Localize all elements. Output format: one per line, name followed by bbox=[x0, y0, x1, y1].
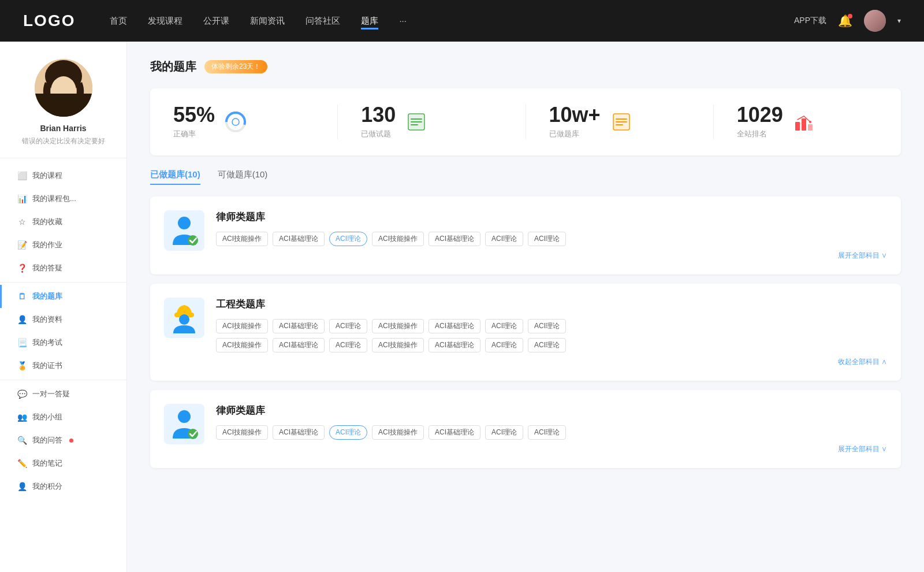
qbank-title-3: 律师类题库 bbox=[216, 404, 887, 417]
sidebar: Brian Harris 错误的决定比没有决定要好 ⬜ 我的课程 📊 我的课程包… bbox=[0, 42, 127, 572]
tag[interactable]: ACI技能操作 bbox=[372, 232, 424, 246]
expand-link-1[interactable]: 展开全部科目 ∨ bbox=[216, 251, 887, 261]
profile-avatar[interactable] bbox=[35, 59, 92, 117]
sidebar-item-profile[interactable]: 👤 我的资料 bbox=[0, 308, 126, 331]
tag[interactable]: ACI基础理论 bbox=[273, 338, 325, 352]
sidebar-item-one-on-one[interactable]: 💬 一对一答疑 bbox=[0, 382, 126, 406]
sidebar-item-course[interactable]: ⬜ 我的课程 bbox=[0, 164, 126, 187]
tag[interactable]: ACI技能操作 bbox=[216, 425, 268, 440]
nav-item-more[interactable]: ··· bbox=[399, 16, 407, 27]
tag[interactable]: ACI基础理论 bbox=[273, 319, 325, 333]
qbank-body-1: 律师类题库 ACI技能操作 ACI基础理论 ACI理论 ACI技能操作 ACI基… bbox=[216, 210, 887, 261]
notification-bell[interactable]: 🔔 bbox=[838, 14, 852, 28]
tag[interactable]: ACI基础理论 bbox=[273, 425, 325, 440]
tag[interactable]: ACI理论 bbox=[329, 319, 367, 333]
tag[interactable]: ACI基础理论 bbox=[273, 232, 325, 246]
sidebar-item-my-qa[interactable]: 🔍 我的问答 bbox=[0, 429, 126, 452]
app-download-btn[interactable]: APP下载 bbox=[794, 16, 826, 26]
stat-done-banks-value: 10w+ bbox=[549, 105, 601, 125]
tag[interactable]: ACI理论 bbox=[528, 425, 566, 440]
tags-row-2a: ACI技能操作 ACI基础理论 ACI理论 ACI技能操作 ACI基础理论 AC… bbox=[216, 319, 887, 333]
sidebar-item-label: 我的收藏 bbox=[32, 217, 62, 227]
sidebar-item-course-pkg[interactable]: 📊 我的课程包... bbox=[0, 187, 126, 210]
sidebar-item-label: 我的小组 bbox=[32, 412, 62, 422]
tag[interactable]: ACI理论 bbox=[485, 319, 523, 333]
collapse-link[interactable]: 收起全部科目 ∧ bbox=[216, 357, 887, 367]
sidebar-menu: ⬜ 我的课程 📊 我的课程包... ☆ 我的收藏 📝 我的作业 ❓ 我的答疑 🗒 bbox=[0, 158, 126, 504]
lawyer-icon bbox=[164, 210, 204, 251]
nav-item-home[interactable]: 首页 bbox=[110, 16, 127, 27]
nav-item-qa[interactable]: 问答社区 bbox=[305, 16, 340, 27]
tag[interactable]: ACI理论 bbox=[528, 319, 566, 333]
sidebar-item-label: 我的证书 bbox=[32, 361, 62, 371]
tag[interactable]: ACI理论 bbox=[329, 338, 367, 352]
stat-done-questions: 130 已做试题 bbox=[338, 105, 526, 139]
sidebar-item-label: 一对一答疑 bbox=[32, 389, 70, 399]
sidebar-item-qbank[interactable]: 🗒 我的题库 bbox=[0, 285, 126, 308]
tab-done[interactable]: 已做题库(10) bbox=[150, 169, 200, 185]
sidebar-item-cert[interactable]: 🏅 我的证书 bbox=[0, 354, 126, 377]
cert-icon: 🏅 bbox=[17, 361, 27, 370]
tag[interactable]: ACI技能操作 bbox=[372, 338, 424, 352]
stat-done-questions-label: 已做试题 bbox=[361, 129, 396, 139]
qbank-icon: 🗒 bbox=[17, 292, 27, 301]
tag[interactable]: ACI基础理论 bbox=[429, 338, 480, 352]
tag[interactable]: ACI技能操作 bbox=[216, 232, 268, 246]
sidebar-item-homework[interactable]: 📝 我的作业 bbox=[0, 233, 126, 257]
tag[interactable]: ACI基础理论 bbox=[429, 319, 480, 333]
avatar[interactable] bbox=[864, 10, 886, 32]
stat-done-questions-value: 130 bbox=[361, 105, 396, 125]
stat-accuracy-text: 55% 正确率 bbox=[173, 105, 215, 139]
nav-item-open[interactable]: 公开课 bbox=[203, 16, 229, 27]
tag[interactable]: ACI技能操作 bbox=[216, 338, 268, 352]
tag[interactable]: ACI理论 bbox=[485, 338, 523, 352]
nav-item-news[interactable]: 新闻资讯 bbox=[250, 16, 285, 27]
stat-rank-text: 1029 全站排名 bbox=[737, 105, 783, 139]
tag-active[interactable]: ACI理论 bbox=[329, 232, 367, 246]
sidebar-item-notes[interactable]: ✏️ 我的笔记 bbox=[0, 452, 126, 475]
qbank-title-1: 律师类题库 bbox=[216, 210, 887, 224]
lawyer-icon-2 bbox=[164, 404, 204, 444]
sidebar-item-group[interactable]: 👥 我的小组 bbox=[0, 406, 126, 429]
notes-icon: ✏️ bbox=[17, 459, 27, 468]
tag[interactable]: ACI基础理论 bbox=[429, 425, 480, 440]
notification-dot bbox=[848, 14, 852, 18]
stats-bar: 55% 正确率 130 已做试题 bbox=[150, 88, 901, 155]
tag[interactable]: ACI基础理论 bbox=[429, 232, 480, 246]
tab-todo[interactable]: 可做题库(10) bbox=[218, 169, 268, 185]
svg-rect-18 bbox=[795, 122, 800, 131]
tag[interactable]: ACI理论 bbox=[528, 232, 566, 246]
tag[interactable]: ACI理论 bbox=[528, 338, 566, 352]
divider bbox=[0, 282, 126, 283]
profile-motto: 错误的决定比没有决定要好 bbox=[22, 136, 105, 146]
stat-accuracy-value: 55% bbox=[173, 105, 215, 125]
sidebar-item-points[interactable]: 👤 我的积分 bbox=[0, 475, 126, 498]
sidebar-item-exam[interactable]: 📃 我的考试 bbox=[0, 331, 126, 354]
qbank-header-3: 律师类题库 ACI技能操作 ACI基础理论 ACI理论 ACI技能操作 ACI基… bbox=[164, 404, 887, 454]
nav-item-discover[interactable]: 发现课程 bbox=[148, 16, 182, 27]
tag[interactable]: ACI技能操作 bbox=[216, 319, 268, 333]
rank-icon bbox=[792, 110, 815, 133]
tag[interactable]: ACI理论 bbox=[485, 232, 523, 246]
sidebar-item-label: 我的资料 bbox=[32, 314, 62, 325]
sidebar-item-label: 我的课程包... bbox=[32, 194, 76, 204]
tag[interactable]: ACI技能操作 bbox=[372, 425, 424, 440]
qbank-card-lawyer-1: 律师类题库 ACI技能操作 ACI基础理论 ACI理论 ACI技能操作 ACI基… bbox=[150, 196, 901, 274]
svg-point-27 bbox=[179, 314, 189, 325]
tag[interactable]: ACI技能操作 bbox=[372, 319, 424, 333]
tabs-bar: 已做题库(10) 可做题库(10) bbox=[150, 169, 901, 185]
sidebar-item-question[interactable]: ❓ 我的答疑 bbox=[0, 257, 126, 280]
tag-active[interactable]: ACI理论 bbox=[329, 425, 367, 440]
sidebar-item-favorites[interactable]: ☆ 我的收藏 bbox=[0, 210, 126, 233]
logo[interactable]: LOGO bbox=[23, 12, 75, 30]
tag[interactable]: ACI理论 bbox=[485, 425, 523, 440]
user-dropdown-arrow[interactable]: ▾ bbox=[897, 17, 901, 25]
sidebar-item-label: 我的课程 bbox=[32, 170, 62, 181]
svg-rect-4 bbox=[60, 101, 67, 109]
sidebar-item-label: 我的问答 bbox=[32, 435, 62, 445]
nav-item-qbank[interactable]: 题库 bbox=[361, 16, 378, 27]
exam-icon: 📃 bbox=[17, 338, 27, 347]
question-icon: ❓ bbox=[17, 263, 27, 273]
expand-link-3[interactable]: 展开全部科目 ∨ bbox=[216, 444, 887, 454]
stat-accuracy-label: 正确率 bbox=[173, 129, 215, 139]
